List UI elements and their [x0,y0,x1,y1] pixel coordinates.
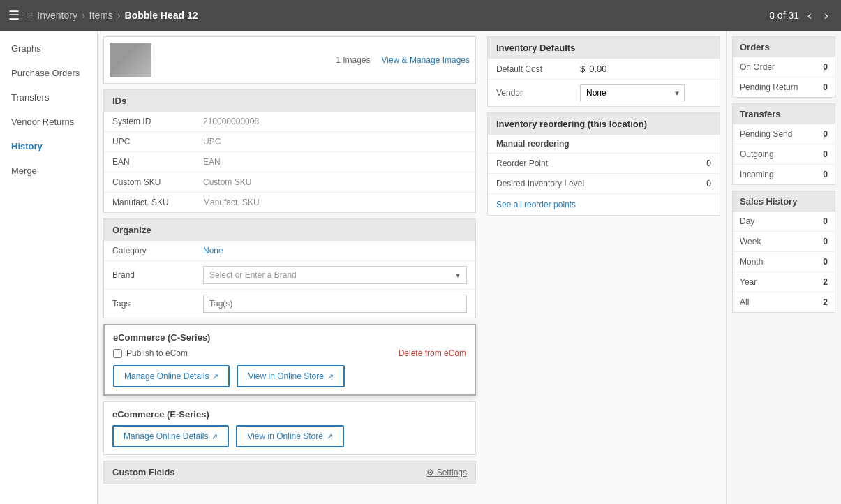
pending-send-label: Pending Send [740,129,792,139]
top-header: ☰ ≡ Inventory › Items › Bobble Head 12 8… [0,0,841,31]
ids-section-header: IDs [104,90,475,112]
manage-online-details-c-button[interactable]: Manage Online Details ↗ [113,365,230,387]
breadcrumb-sep1: › [82,10,85,21]
on-order-label: On Order [740,62,775,72]
sales-month-value: 0 [823,257,828,267]
vendor-select-wrap: None [580,84,685,101]
table-row: EAN EAN [104,152,475,172]
view-manage-images-link[interactable]: View & Manage Images [381,55,470,65]
outgoing-value: 0 [823,149,828,159]
custom-sku-label: Custom SKU [104,172,195,193]
ecommerce-e-buttons: Manage Online Details ↗ View in Online S… [112,425,467,447]
orders-header: Orders [733,37,835,57]
transfers-header: Transfers [733,104,835,124]
desired-level-row: Desired Inventory Level 0 [488,174,720,194]
upc-label: UPC [104,132,195,152]
sidebar-item-purchase-orders[interactable]: Purchase Orders [0,61,97,85]
external-link-icon-3: ↗ [211,432,218,441]
reordering-section: Inventory reordering (this location) Man… [487,112,720,216]
sales-day-value: 0 [823,216,828,226]
tags-label: Tags [104,290,195,318]
reorder-point-value: 0 [706,158,711,168]
incoming-value: 0 [823,170,828,179]
pagination-prev-button[interactable]: ‹ [803,7,816,24]
image-section: 1 Images View & Manage Images [103,36,476,84]
outgoing-label: Outgoing [740,149,774,159]
sales-all-value: 2 [823,297,828,307]
sidebar-item-history[interactable]: History [0,134,97,158]
image-meta: 1 Images View & Manage Images [336,55,470,65]
manufact-sku-value[interactable]: Manufact. SKU [195,193,475,213]
organize-section: Organize Category None Brand Select o [103,218,476,318]
ids-field-table: System ID 210000000008 UPC UPC EAN EAN [104,112,475,212]
default-cost-value-wrap: $ 0.00 [580,64,607,74]
custom-fields-settings-link[interactable]: ⚙ Settings [426,468,467,477]
brand-select[interactable]: Select or Enter a Brand [203,266,467,284]
breadcrumb-inventory[interactable]: Inventory [37,10,77,21]
item-image-thumbnail [110,43,151,77]
external-link-icon-4: ↗ [327,432,333,441]
breadcrumb-items[interactable]: Items [89,10,113,21]
image-count: 1 Images [336,55,370,65]
on-order-row: On Order 0 [733,57,835,77]
incoming-label: Incoming [740,170,774,179]
publish-to-ecom-label: Publish to eCom [126,348,188,358]
sidebar-item-transfers[interactable]: Transfers [0,85,97,110]
ecommerce-c-title: eCommerce (C-Series) [113,332,466,343]
default-cost-label: Default Cost [496,64,580,74]
sales-day-label: Day [740,216,754,226]
see-all-reorder-points-link[interactable]: See all reorder points [488,194,720,215]
sales-month-row: Month 0 [733,252,835,272]
table-row: System ID 210000000008 [104,112,475,132]
sidebar: Graphs Purchase Orders Transfers Vendor … [0,31,98,504]
sales-all-row: All 2 [733,292,835,312]
manage-online-details-e-button[interactable]: Manage Online Details ↗ [112,425,229,447]
main-area: 1 Images View & Manage Images IDs System… [98,31,726,504]
sidebar-item-graphs[interactable]: Graphs [0,36,97,61]
sales-year-label: Year [740,277,757,287]
reorder-point-label: Reorder Point [496,158,706,168]
table-row: Tags [104,290,475,318]
pagination-next-button[interactable]: › [820,7,833,24]
manual-reordering-label: Manual reordering [488,135,720,154]
view-in-online-store-e-button[interactable]: View in Online Store ↗ [236,425,344,447]
breadcrumb-sep2: › [117,10,121,21]
sidebar-item-vendor-returns[interactable]: Vendor Returns [0,110,97,134]
right-panel: Orders On Order 0 Pending Return 0 Trans… [726,31,841,504]
pending-return-value: 0 [823,82,828,92]
reorder-point-row: Reorder Point 0 [488,154,720,174]
external-link-icon: ↗ [212,372,218,381]
breadcrumb-current: Bobble Head 12 [125,10,198,21]
ean-value[interactable]: EAN [195,152,475,172]
ecommerce-e-title: eCommerce (E-Series) [112,409,467,420]
organize-section-header: Organize [104,219,475,241]
on-order-value: 0 [823,62,828,72]
view-in-online-store-c-button[interactable]: View in Online Store ↗ [237,365,345,387]
pending-return-row: Pending Return 0 [733,77,835,97]
publish-to-ecom-checkbox[interactable] [113,349,122,358]
content-split: 1 Images View & Manage Images IDs System… [98,31,726,489]
custom-sku-value[interactable]: Custom SKU [195,172,475,193]
ecommerce-c-buttons: Manage Online Details ↗ View in Online S… [113,365,466,387]
system-id-value: 210000000008 [195,112,475,132]
upc-value[interactable]: UPC [195,132,475,152]
table-row: UPC UPC [104,132,475,152]
orders-section: Orders On Order 0 Pending Return 0 [732,36,835,98]
custom-fields-title: Custom Fields [112,467,175,477]
menu-icon[interactable]: ☰ [8,8,20,23]
category-value[interactable]: None [203,246,223,255]
ecommerce-c-section: eCommerce (C-Series) Publish to eCom Del… [103,324,476,396]
tags-input[interactable] [203,295,467,313]
vendor-select[interactable]: None [580,84,685,101]
sales-week-value: 0 [823,237,828,246]
desired-level-label: Desired Inventory Level [496,179,706,188]
brand-select-wrap: Select or Enter a Brand [203,266,467,284]
inventory-defaults-header: Inventory Defaults [488,37,720,59]
sidebar-item-merge[interactable]: Merge [0,158,97,183]
ecommerce-c-publish-row: Publish to eCom Delete from eCom [113,348,466,358]
delete-from-ecom-link[interactable]: Delete from eCom [399,348,466,358]
manage-online-details-c-label: Manage Online Details [124,371,209,381]
pending-return-label: Pending Return [740,82,798,92]
default-cost-value: 0.00 [589,64,606,74]
sales-history-header: Sales History [733,191,835,212]
